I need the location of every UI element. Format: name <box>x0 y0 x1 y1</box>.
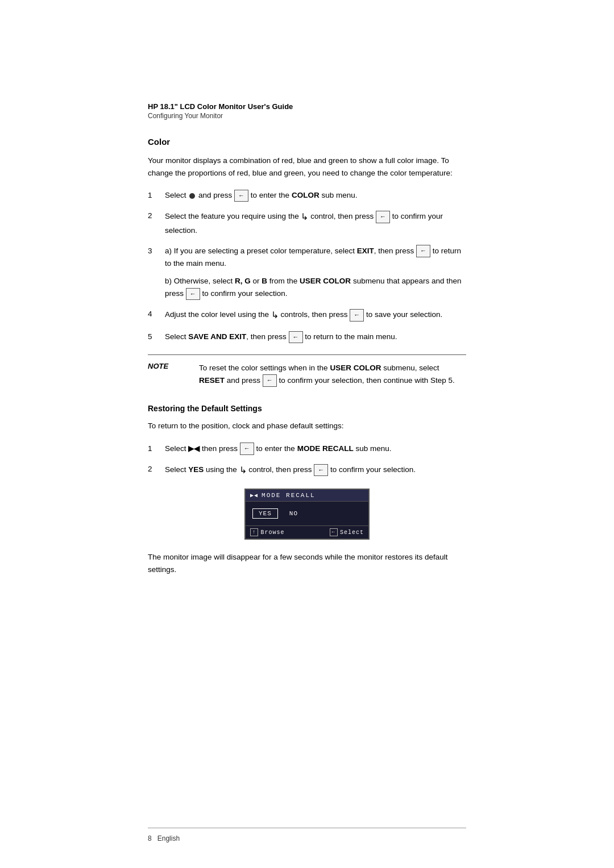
moderecall-bold: MODE RECALL <box>297 444 354 453</box>
usercolor-note-bold: USER COLOR <box>330 364 381 372</box>
enter-key: ← <box>416 245 430 257</box>
enter-key: ← <box>376 211 390 223</box>
header-subtitle: Configuring Your Monitor <box>148 112 466 120</box>
page-lang: English <box>157 834 180 842</box>
color-intro: Your monitor displays a combination of r… <box>148 155 466 179</box>
step-num: 2 <box>148 463 165 475</box>
page-footer: 8 English <box>148 834 180 842</box>
step-content: Select the feature you require using the… <box>165 210 466 236</box>
skip-icon: ▶◀ <box>188 444 200 453</box>
circle-icon <box>189 193 195 199</box>
page-number: 8 <box>148 834 152 842</box>
note-section: NOTE To reset the color settings when in… <box>148 354 466 387</box>
step-num: 3 <box>148 245 165 257</box>
list-item: 1 Select and press ← to enter the COLOR … <box>148 189 466 202</box>
osd-yes: YES <box>252 508 278 519</box>
osd-browse-label: Browse <box>260 529 284 536</box>
header-title: HP 18.1" LCD Color Monitor User's Guide <box>148 102 466 111</box>
osd-menu: ▶◀ MODE RECALL YES NO ↑ Browse ← Select <box>244 489 370 540</box>
restore-intro: To return to the position, clock and pha… <box>148 420 466 432</box>
curve-icon: ↳ <box>301 212 308 222</box>
step-content: Select and press ← to enter the COLOR su… <box>165 189 466 202</box>
list-item: 3 a) If you are selecting a preset color… <box>148 245 466 301</box>
header: HP 18.1" LCD Color Monitor User's Guide … <box>148 102 466 120</box>
enter-key: ← <box>314 464 328 477</box>
osd-body: YES NO <box>246 502 368 525</box>
page: HP 18.1" LCD Color Monitor User's Guide … <box>0 0 614 868</box>
restore-steps-list: 1 Select ▶◀ then press ← to enter the MO… <box>148 443 466 478</box>
step-content: a) If you are selecting a preset color t… <box>165 245 466 301</box>
list-item: 2 Select YES using the ↳ control, then p… <box>148 463 466 478</box>
osd-select-item: ← Select <box>330 528 364 536</box>
enter-key: ← <box>240 443 254 455</box>
color-section-title: Color <box>148 137 466 147</box>
curve-icon: ↳ <box>239 465 247 475</box>
restore-section-title: Restoring the Default Settings <box>148 404 466 413</box>
osd-menu-container: ▶◀ MODE RECALL YES NO ↑ Browse ← Select <box>148 489 466 540</box>
step-num: 2 <box>148 210 165 222</box>
step-content: Select ▶◀ then press ← to enter the MODE… <box>165 443 466 455</box>
osd-select-icon: ← <box>330 528 338 536</box>
curve-icon: ↳ <box>271 310 279 320</box>
list-item: 5 Select SAVE AND EXIT, then press ← to … <box>148 331 466 343</box>
reset-bold: RESET <box>199 376 225 385</box>
osd-options-row: YES NO <box>246 506 368 521</box>
closing-text: The monitor image will disappear for a f… <box>148 551 466 575</box>
b-bold: B <box>262 277 267 285</box>
color-bold: COLOR <box>292 191 320 199</box>
step-num: 1 <box>148 189 165 202</box>
enter-key: ← <box>234 190 248 202</box>
osd-title-bar: ▶◀ MODE RECALL <box>246 490 368 502</box>
osd-title-text: MODE RECALL <box>262 492 316 499</box>
list-item: 1 Select ▶◀ then press ← to enter the MO… <box>148 443 466 455</box>
step-num: 1 <box>148 443 165 455</box>
footer-rule <box>148 828 466 828</box>
enter-key: ← <box>350 309 364 322</box>
list-item: 4 Adjust the color level using the ↳ con… <box>148 308 466 323</box>
osd-title-icon: ▶◀ <box>250 492 258 499</box>
step-num: 5 <box>148 331 165 343</box>
step-content: Select YES using the ↳ control, then pre… <box>165 463 466 478</box>
saveexit-bold: SAVE AND EXIT <box>188 332 246 341</box>
osd-select-label: Select <box>340 529 364 536</box>
rgb-bold: R, G <box>235 277 251 285</box>
osd-footer: ↑ Browse ← Select <box>246 525 368 539</box>
yes-bold: YES <box>188 465 204 474</box>
step-content: Adjust the color level using the ↳ contr… <box>165 308 466 323</box>
enter-key: ← <box>263 374 277 387</box>
step-num: 4 <box>148 308 165 320</box>
color-steps-list: 1 Select and press ← to enter the COLOR … <box>148 189 466 343</box>
osd-browse-icon: ↑ <box>250 528 258 536</box>
enter-key: ← <box>289 331 303 344</box>
list-item: 2 Select the feature you require using t… <box>148 210 466 236</box>
step-sub-item: b) Otherwise, select R, G or B from the … <box>165 275 466 300</box>
note-text: To reset the color settings when in the … <box>199 362 466 387</box>
enter-key: ← <box>186 288 200 301</box>
step-content: Select SAVE AND EXIT, then press ← to re… <box>165 331 466 343</box>
exit-bold: EXIT <box>357 247 374 255</box>
osd-no: NO <box>289 510 298 517</box>
note-label: NOTE <box>148 362 199 370</box>
osd-browse-item: ↑ Browse <box>250 528 284 536</box>
usercolor-bold: USER COLOR <box>300 277 351 285</box>
